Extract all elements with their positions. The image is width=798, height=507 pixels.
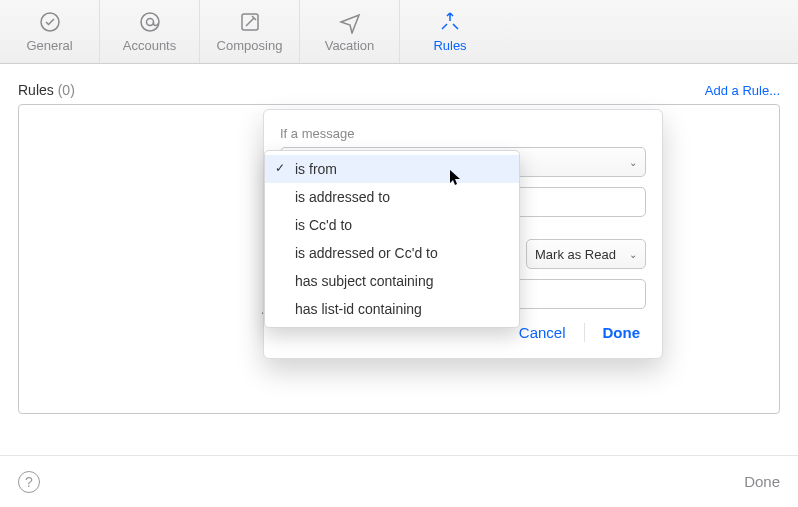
footer-done-button[interactable]: Done — [744, 473, 780, 490]
tab-vacation[interactable]: Vacation — [300, 0, 400, 63]
add-rule-popover: If a message ⌄ is from is addressed to i… — [263, 109, 663, 359]
dropdown-option-subject-containing[interactable]: has subject containing — [265, 267, 519, 295]
airplane-icon — [338, 10, 362, 34]
at-sign-icon — [138, 10, 162, 34]
tab-label: General — [26, 38, 72, 53]
done-button[interactable]: Done — [597, 323, 647, 342]
svg-point-2 — [146, 19, 153, 26]
tab-composing[interactable]: Composing — [200, 0, 300, 63]
action-dropdown[interactable]: Mark as Read ⌄ — [526, 239, 646, 269]
cancel-button[interactable]: Cancel — [513, 323, 572, 342]
tab-label: Vacation — [325, 38, 375, 53]
dropdown-option-list-id[interactable]: has list-id containing — [265, 295, 519, 323]
chevron-down-icon: ⌄ — [629, 157, 637, 168]
action-dropdown-value: Mark as Read — [535, 247, 616, 262]
divider — [584, 323, 585, 342]
rules-header: Rules (0) Add a Rule... — [18, 82, 780, 98]
tab-general[interactable]: General — [0, 0, 100, 63]
condition-dropdown-menu: is from is addressed to is Cc'd to is ad… — [264, 150, 520, 328]
compose-icon — [238, 10, 262, 34]
rules-title: Rules (0) — [18, 82, 75, 98]
tab-label: Composing — [217, 38, 283, 53]
preferences-toolbar: General Accounts Composing Vacation Rule… — [0, 0, 798, 64]
dropdown-option-is-addressed-or-ccd[interactable]: is addressed or Cc'd to — [265, 239, 519, 267]
help-icon[interactable]: ? — [18, 471, 40, 493]
rules-panel: Rules (0) Add a Rule... If a message ⌄ i… — [0, 64, 798, 455]
rules-title-text: Rules — [18, 82, 54, 98]
dropdown-option-is-addressed-to[interactable]: is addressed to — [265, 183, 519, 211]
condition-dropdown[interactable]: ⌄ is from is addressed to is Cc'd to is … — [280, 147, 646, 177]
tab-accounts[interactable]: Accounts — [100, 0, 200, 63]
svg-point-1 — [141, 13, 159, 31]
rules-count: (0) — [58, 82, 75, 98]
chevron-down-icon: ⌄ — [629, 249, 637, 260]
tab-label: Rules — [433, 38, 466, 53]
rules-list-box: If a message ⌄ is from is addressed to i… — [18, 104, 780, 414]
gear-check-icon — [38, 10, 62, 34]
add-rule-button[interactable]: Add a Rule... — [705, 83, 780, 98]
tab-label: Accounts — [123, 38, 176, 53]
condition-label: If a message — [280, 126, 646, 141]
rules-arrows-icon — [438, 10, 462, 34]
dropdown-option-is-ccd-to[interactable]: is Cc'd to — [265, 211, 519, 239]
dropdown-option-is-from[interactable]: is from — [265, 155, 519, 183]
window-footer: ? Done — [0, 455, 798, 507]
tab-rules[interactable]: Rules — [400, 0, 500, 63]
